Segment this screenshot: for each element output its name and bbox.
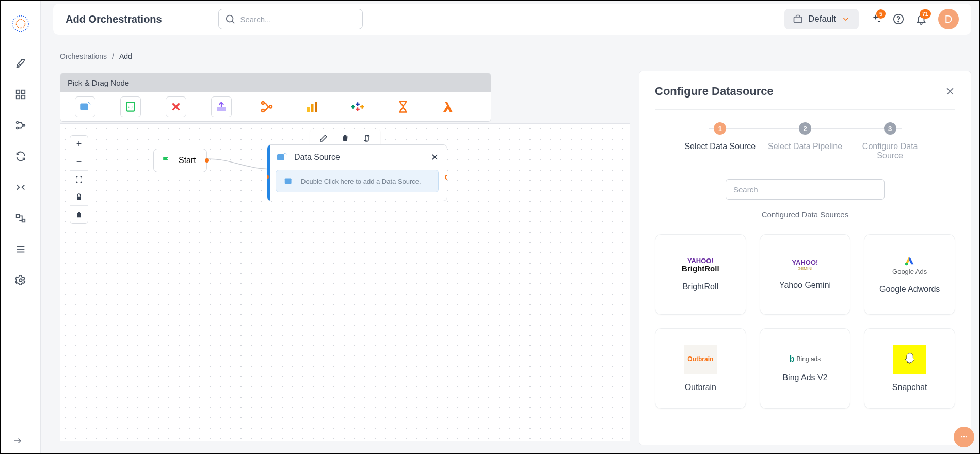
- palette-node-cancel[interactable]: [166, 96, 186, 117]
- step-select-source[interactable]: 1 Select Data Source: [678, 122, 763, 151]
- panel-close-button[interactable]: [945, 86, 955, 96]
- help-button[interactable]: [893, 13, 904, 25]
- yahoo-gemini-logo-icon: YAHOO!GEMINI: [792, 259, 818, 271]
- briefcase-icon: [793, 14, 803, 24]
- card-google-adwords[interactable]: Google Ads Google Adwords: [864, 234, 955, 315]
- fit-screen-button[interactable]: [70, 171, 88, 188]
- svg-rect-17: [794, 17, 802, 23]
- node-delete-button[interactable]: [339, 132, 351, 144]
- sidebar-expand-icon[interactable]: [13, 436, 22, 445]
- svg-rect-29: [307, 107, 310, 112]
- datasource-search-input[interactable]: [726, 179, 885, 200]
- svg-rect-30: [311, 104, 314, 112]
- start-node-out-port[interactable]: [205, 158, 209, 163]
- breadcrumb-current: Add: [119, 52, 132, 60]
- svg-point-15: [226, 15, 233, 22]
- google-ads-logo-icon: Google Ads: [892, 255, 927, 275]
- brightroll-logo-icon: YAHOO!BrightRoll: [682, 257, 719, 273]
- node-route-button[interactable]: [361, 132, 373, 144]
- sidebar-item-list[interactable]: [10, 239, 31, 260]
- svg-point-19: [898, 21, 899, 22]
- datasource-small-icon: [283, 175, 295, 187]
- svg-rect-3: [21, 90, 24, 93]
- svg-point-38: [961, 436, 963, 438]
- sparkle-badge: 5: [876, 9, 886, 19]
- breadcrumb-parent[interactable]: Orchestrations: [60, 52, 107, 60]
- svg-point-0: [12, 16, 28, 32]
- svg-rect-33: [277, 154, 284, 160]
- svg-point-7: [16, 127, 18, 129]
- ai-sparkle-button[interactable]: 5: [870, 13, 881, 25]
- card-bing-ads[interactable]: bBing ads Bing Ads V2: [760, 328, 851, 409]
- palette-node-sql[interactable]: SQL: [120, 96, 141, 117]
- global-search-input[interactable]: [218, 9, 363, 29]
- palette-node-upload[interactable]: [211, 96, 232, 117]
- palette-node-branch[interactable]: [256, 96, 277, 117]
- svg-point-28: [269, 106, 272, 108]
- svg-point-14: [19, 279, 22, 282]
- flag-icon: [161, 155, 171, 166]
- workspace-selector[interactable]: Default: [784, 9, 859, 29]
- configure-datasource-panel: Configure Datasource 1 Select Data Sourc…: [639, 71, 971, 445]
- ds-node-title: Data Source: [294, 153, 340, 162]
- svg-point-40: [966, 436, 967, 438]
- start-node[interactable]: Start: [153, 149, 207, 172]
- datasource-icon: [276, 151, 288, 164]
- sidebar-item-refresh[interactable]: [10, 146, 31, 167]
- palette-node-datasource[interactable]: [75, 96, 95, 117]
- sidebar-item-pipeline[interactable]: [10, 115, 31, 136]
- chevron-down-icon: [841, 14, 850, 24]
- ds-node-close-button[interactable]: ✕: [431, 152, 439, 163]
- lock-button[interactable]: [70, 188, 88, 206]
- svg-rect-31: [315, 102, 317, 112]
- breadcrumb: Orchestrations / Add: [60, 52, 132, 60]
- svg-point-1: [16, 20, 25, 28]
- palette-node-tableau[interactable]: [347, 96, 368, 117]
- card-outbrain[interactable]: Outbrain Outbrain: [655, 328, 746, 409]
- sidebar-item-transform[interactable]: [10, 177, 31, 198]
- workspace-label: Default: [808, 14, 836, 24]
- svg-point-26: [262, 102, 264, 104]
- palette-node-powerbi[interactable]: [302, 96, 323, 117]
- palette-title: Pick & Drag Node: [60, 73, 491, 92]
- step-select-pipeline[interactable]: 2 Select Data Pipeline: [763, 122, 848, 151]
- zoom-in-button[interactable]: +: [70, 136, 88, 153]
- card-brightroll[interactable]: YAHOO!BrightRoll BrightRoll: [655, 234, 746, 315]
- palette-node-lambda[interactable]: [438, 96, 459, 117]
- sidebar-item-dashboard[interactable]: [10, 84, 31, 105]
- card-snapchat[interactable]: Snapchat: [864, 328, 955, 409]
- breadcrumb-sep: /: [112, 52, 114, 60]
- svg-rect-32: [77, 196, 81, 200]
- svg-point-6: [16, 122, 18, 124]
- palette-node-wait[interactable]: [393, 96, 413, 117]
- svg-point-39: [963, 436, 965, 438]
- ds-node-hint: Double Click here to add a Data Source.: [301, 177, 421, 185]
- notifications-button[interactable]: 71: [915, 13, 927, 25]
- svg-rect-20: [80, 104, 88, 110]
- svg-point-37: [905, 262, 908, 265]
- flow-canvas[interactable]: + − Start: [60, 123, 630, 441]
- sidebar-item-orchestration[interactable]: [10, 208, 31, 229]
- card-yahoo-gemini[interactable]: YAHOO!GEMINI Yahoo Gemini: [760, 234, 851, 315]
- search-icon: [224, 13, 236, 25]
- zoom-out-button[interactable]: −: [70, 153, 88, 171]
- datasource-node[interactable]: Data Source ✕ Double Click here to add a…: [267, 144, 447, 201]
- page-title: Add Orchestrations: [66, 13, 162, 25]
- panel-subtitle: Configured Data Sources: [655, 210, 955, 219]
- chat-support-button[interactable]: [954, 427, 974, 447]
- user-avatar[interactable]: D: [938, 9, 959, 29]
- sidebar-item-rocket[interactable]: [10, 53, 31, 74]
- ds-node-out-port[interactable]: [445, 175, 447, 180]
- step-configure-source[interactable]: 3 Configure Data Source: [847, 122, 933, 160]
- node-edit-button[interactable]: [317, 132, 330, 144]
- canvas-delete-button[interactable]: [70, 206, 88, 223]
- svg-line-16: [232, 21, 234, 24]
- svg-rect-5: [21, 95, 24, 99]
- sidebar-item-settings[interactable]: [10, 270, 31, 290]
- svg-point-27: [262, 109, 264, 112]
- svg-rect-34: [285, 179, 292, 184]
- bing-ads-logo-icon: bBing ads: [790, 354, 821, 364]
- ds-node-placeholder[interactable]: Double Click here to add a Data Source.: [276, 170, 439, 192]
- snapchat-logo-icon: [893, 345, 926, 374]
- app-logo[interactable]: [12, 15, 29, 33]
